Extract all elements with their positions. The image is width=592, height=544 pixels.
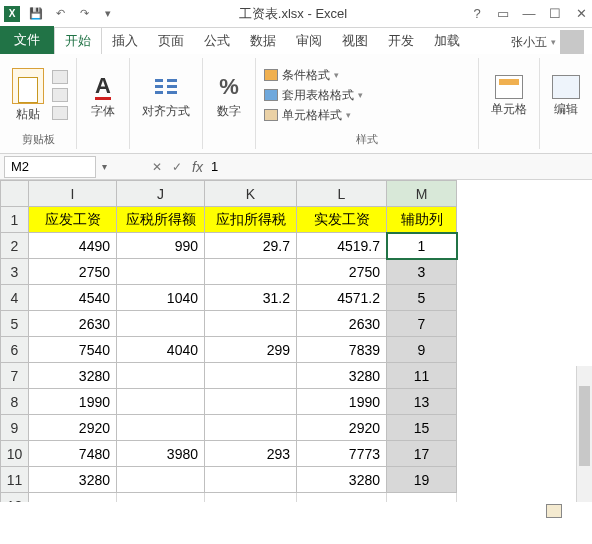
excel-icon[interactable]: X <box>4 6 20 22</box>
cell[interactable]: 11 <box>387 363 457 389</box>
cell[interactable] <box>205 415 297 441</box>
cell[interactable] <box>117 311 205 337</box>
cell[interactable] <box>29 493 117 503</box>
row-header[interactable]: 2 <box>1 233 29 259</box>
cell[interactable]: 9 <box>387 337 457 363</box>
cells-button[interactable]: 单元格 <box>487 73 531 120</box>
row-header[interactable]: 7 <box>1 363 29 389</box>
cell[interactable]: 实发工资 <box>297 207 387 233</box>
tab-review[interactable]: 审阅 <box>286 28 332 54</box>
copy-icon[interactable] <box>52 88 68 102</box>
tab-file[interactable]: 文件 <box>0 26 54 54</box>
row-header[interactable]: 5 <box>1 311 29 337</box>
cancel-icon[interactable]: ✕ <box>152 160 162 174</box>
fx-icon[interactable]: fx <box>192 159 203 175</box>
cell[interactable] <box>205 363 297 389</box>
cell[interactable]: 3980 <box>117 441 205 467</box>
cell[interactable]: 29.7 <box>205 233 297 259</box>
cell[interactable]: 7540 <box>29 337 117 363</box>
edit-button[interactable]: 编辑 <box>548 73 584 120</box>
cell[interactable] <box>117 389 205 415</box>
close-icon[interactable]: ✕ <box>574 7 588 21</box>
cell[interactable]: 4490 <box>29 233 117 259</box>
cell[interactable]: 13 <box>387 389 457 415</box>
row-header[interactable]: 11 <box>1 467 29 493</box>
cell[interactable] <box>205 467 297 493</box>
cell[interactable]: 1 <box>387 233 457 259</box>
maximize-icon[interactable]: ☐ <box>548 7 562 21</box>
ribbon-opts-icon[interactable]: ▭ <box>496 7 510 21</box>
tab-dev[interactable]: 开发 <box>378 28 424 54</box>
undo-icon[interactable]: ↶ <box>52 6 68 22</box>
row-header[interactable]: 1 <box>1 207 29 233</box>
tab-home[interactable]: 开始 <box>54 27 102 54</box>
cell[interactable]: 4040 <box>117 337 205 363</box>
cell[interactable]: 2630 <box>297 311 387 337</box>
user-area[interactable]: 张小五 ▾ <box>503 30 592 54</box>
formula-input[interactable]: 1 <box>203 159 592 174</box>
row-header[interactable]: 6 <box>1 337 29 363</box>
cell[interactable]: 31.2 <box>205 285 297 311</box>
tab-formulas[interactable]: 公式 <box>194 28 240 54</box>
cell[interactable]: 7 <box>387 311 457 337</box>
cell[interactable]: 7773 <box>297 441 387 467</box>
cell[interactable]: 2920 <box>29 415 117 441</box>
col-header-L[interactable]: L <box>297 181 387 207</box>
format-painter-icon[interactable] <box>52 106 68 120</box>
cell[interactable] <box>297 493 387 503</box>
cell[interactable]: 5 <box>387 285 457 311</box>
cell[interactable]: 17 <box>387 441 457 467</box>
row-header[interactable]: 9 <box>1 415 29 441</box>
select-all-corner[interactable] <box>1 181 29 207</box>
cell[interactable]: 3280 <box>297 363 387 389</box>
cell[interactable]: 7839 <box>297 337 387 363</box>
cell[interactable]: 2750 <box>297 259 387 285</box>
new-sheet-icon[interactable] <box>546 504 562 518</box>
cell[interactable] <box>205 311 297 337</box>
col-header-K[interactable]: K <box>205 181 297 207</box>
cell[interactable]: 应税所得额 <box>117 207 205 233</box>
row-header[interactable]: 12 <box>1 493 29 503</box>
align-button[interactable]: 对齐方式 <box>138 71 194 122</box>
cell[interactable]: 299 <box>205 337 297 363</box>
cell[interactable] <box>205 389 297 415</box>
paste-button[interactable]: 粘贴 <box>8 66 48 125</box>
tab-page[interactable]: 页面 <box>148 28 194 54</box>
tab-addin[interactable]: 加载 <box>424 28 470 54</box>
qat-more-icon[interactable]: ▾ <box>100 6 116 22</box>
cell[interactable] <box>387 493 457 503</box>
number-button[interactable]: %数字 <box>211 71 247 122</box>
cell[interactable]: 4571.2 <box>297 285 387 311</box>
save-icon[interactable]: 💾 <box>28 6 44 22</box>
font-button[interactable]: A字体 <box>85 71 121 122</box>
tab-data[interactable]: 数据 <box>240 28 286 54</box>
row-header[interactable]: 3 <box>1 259 29 285</box>
cell[interactable]: 3280 <box>29 467 117 493</box>
redo-icon[interactable]: ↷ <box>76 6 92 22</box>
cell[interactable]: 应发工资 <box>29 207 117 233</box>
tab-view[interactable]: 视图 <box>332 28 378 54</box>
col-header-I[interactable]: I <box>29 181 117 207</box>
cond-format-button[interactable]: 条件格式▾ <box>264 67 363 84</box>
row-header[interactable]: 10 <box>1 441 29 467</box>
cell[interactable]: 1990 <box>29 389 117 415</box>
cell[interactable]: 19 <box>387 467 457 493</box>
cell[interactable] <box>205 259 297 285</box>
col-header-M[interactable]: M <box>387 181 457 207</box>
col-header-J[interactable]: J <box>117 181 205 207</box>
cell[interactable] <box>205 493 297 503</box>
cell[interactable] <box>117 493 205 503</box>
vertical-scrollbar[interactable] <box>576 366 592 502</box>
minimize-icon[interactable]: — <box>522 7 536 21</box>
tab-insert[interactable]: 插入 <box>102 28 148 54</box>
cell[interactable]: 应扣所得税 <box>205 207 297 233</box>
cell[interactable] <box>117 259 205 285</box>
table-format-button[interactable]: 套用表格格式▾ <box>264 87 363 104</box>
cell[interactable]: 辅助列 <box>387 207 457 233</box>
cell[interactable]: 1040 <box>117 285 205 311</box>
cell[interactable]: 3280 <box>297 467 387 493</box>
cell[interactable]: 293 <box>205 441 297 467</box>
cell[interactable]: 4519.7 <box>297 233 387 259</box>
help-icon[interactable]: ? <box>470 7 484 21</box>
row-header[interactable]: 4 <box>1 285 29 311</box>
